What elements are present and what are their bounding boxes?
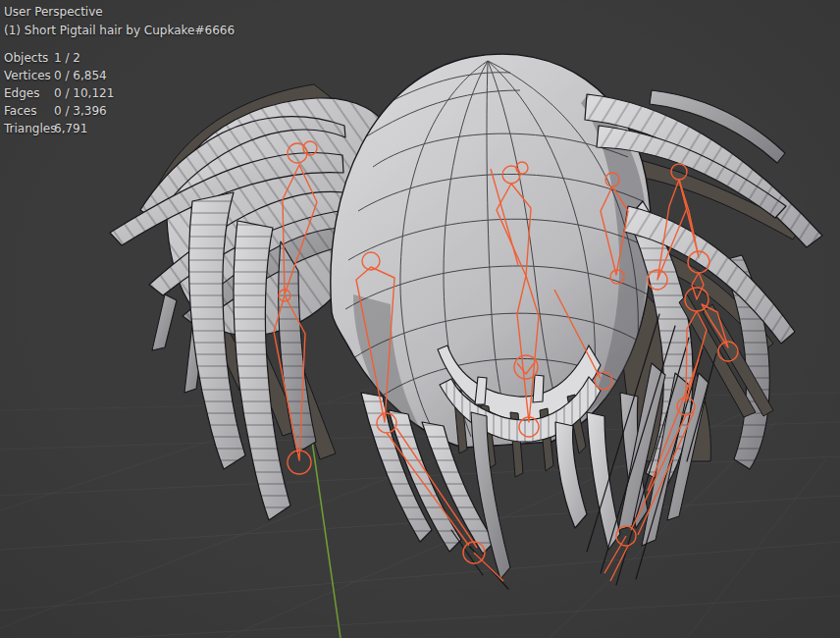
viewport-container	[0, 0, 840, 638]
blender-3d-viewport-screenshot: { "viewport": { "header": { "view_label"…	[0, 0, 840, 638]
viewport-3d[interactable]	[0, 0, 840, 638]
viewport-vignette	[0, 0, 840, 638]
